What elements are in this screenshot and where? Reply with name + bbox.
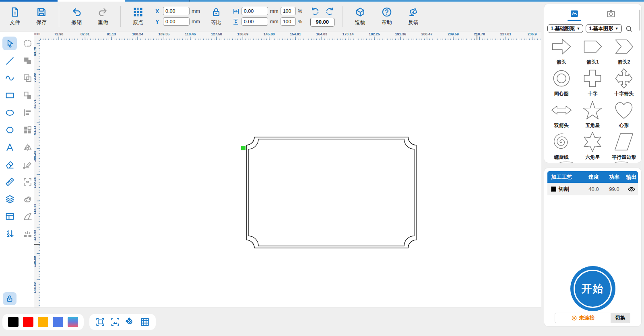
- offset-tool[interactable]: [20, 192, 35, 206]
- process-row[interactable]: 切割40.099.0: [547, 183, 638, 195]
- shape-item-parallelogram[interactable]: 平行四边形: [608, 131, 640, 161]
- output-visibility-toggle[interactable]: [627, 185, 636, 193]
- shape-item-concentric[interactable]: 同心圆: [546, 67, 577, 97]
- shape-item-crossarrow[interactable]: 十字箭头: [608, 67, 640, 97]
- selection-handle[interactable]: [241, 146, 246, 150]
- mirror-tool[interactable]: [20, 140, 35, 154]
- line-tool[interactable]: [2, 54, 17, 68]
- polygon-tool[interactable]: [2, 123, 17, 137]
- frame-preview-tool[interactable]: [95, 317, 105, 327]
- height-input[interactable]: [242, 17, 268, 26]
- feedback-button[interactable]: 反馈: [404, 6, 423, 26]
- design-canvas[interactable]: [40, 40, 541, 307]
- marquee-icon: [23, 39, 33, 49]
- canvas-lock-button[interactable]: [3, 292, 17, 305]
- connection-status[interactable]: 未连接: [555, 313, 611, 323]
- align-tool[interactable]: [20, 106, 35, 119]
- marquee-tool[interactable]: [20, 37, 35, 50]
- split-tool[interactable]: [20, 227, 35, 240]
- cube-icon: [355, 6, 366, 18]
- shape-item-arrow[interactable]: 箭头: [546, 35, 577, 66]
- color-swatch-4[interactable]: [68, 317, 78, 327]
- color-swatch-0[interactable]: [8, 317, 19, 327]
- exclude-tool[interactable]: [20, 71, 35, 85]
- curve-tool[interactable]: [2, 71, 17, 85]
- shape-item-doublearrow[interactable]: 双箭头: [546, 99, 577, 129]
- sort-tool[interactable]: [2, 227, 17, 240]
- svg-text:118.46: 118.46: [34, 203, 37, 214]
- redo-button[interactable]: 重做: [94, 6, 112, 26]
- union-tool[interactable]: [20, 54, 35, 68]
- svg-text:145.80: 145.80: [34, 282, 37, 293]
- capture-tool[interactable]: [110, 317, 120, 327]
- star6-shape-icon: [581, 131, 604, 153]
- x-position-input[interactable]: [163, 7, 190, 15]
- shape-item-star6[interactable]: 六角星: [577, 131, 609, 161]
- svg-text:182.25: 182.25: [369, 32, 380, 36]
- ellipse-tool[interactable]: [2, 106, 17, 119]
- tab-camera[interactable]: [604, 9, 618, 21]
- shape-item-spiral[interactable]: 螺旋线: [546, 131, 577, 161]
- color-swatch-2[interactable]: [38, 317, 48, 327]
- shape-item-heart[interactable]: 心形: [608, 99, 640, 129]
- origin-button[interactable]: 原点: [129, 6, 147, 26]
- svg-text:209.59: 209.59: [448, 32, 459, 36]
- gallery-icon: [570, 9, 579, 18]
- svg-text:72.90: 72.90: [54, 32, 64, 36]
- star5-shape-icon: [581, 99, 604, 121]
- help-button[interactable]: 帮助: [378, 6, 396, 26]
- shape-label: 箭头2: [618, 59, 630, 66]
- height-percent-input[interactable]: [281, 17, 296, 26]
- subtract-tool[interactable]: [20, 88, 35, 102]
- layout-tool[interactable]: [2, 209, 17, 223]
- toolbar-separator: [59, 6, 59, 27]
- layers-tool[interactable]: [2, 192, 17, 206]
- switch-device-button[interactable]: 切换: [611, 313, 630, 323]
- vertical-ruler: 63.7972.9082.0191.13100.24109.35118.4612…: [34, 40, 40, 307]
- width-percent-input[interactable]: [281, 7, 296, 15]
- file-button[interactable]: 文件: [6, 6, 24, 26]
- subcategory-dropdown[interactable]: 1.基本图形 ▼: [586, 24, 621, 33]
- rectangle-tool[interactable]: [2, 88, 17, 102]
- shape-item-cross[interactable]: 十字: [577, 67, 609, 97]
- start-button[interactable]: 开始: [570, 266, 615, 311]
- pen-angle-tool[interactable]: [20, 209, 35, 223]
- create-button[interactable]: 造物: [351, 6, 369, 26]
- arrange-tool[interactable]: [20, 123, 35, 137]
- undo-button[interactable]: 撤销: [67, 6, 86, 26]
- eraser-tool[interactable]: [2, 158, 17, 171]
- measure-tool[interactable]: [2, 175, 17, 188]
- category-dropdown-value: 1.基础图案: [551, 25, 575, 32]
- process-power: 99.0: [604, 186, 625, 192]
- expand-tool[interactable]: [20, 175, 35, 188]
- node-edit-tool[interactable]: [20, 158, 35, 171]
- shape-label: 五角星: [585, 122, 600, 129]
- rotate-ccw-icon[interactable]: [310, 6, 320, 16]
- concentric-shape-icon: [550, 67, 573, 90]
- y-position-input[interactable]: [163, 17, 190, 26]
- text-tool[interactable]: [2, 140, 17, 154]
- rotate-cw-icon[interactable]: [325, 6, 334, 16]
- save-button[interactable]: 保存: [32, 6, 51, 26]
- select-tool[interactable]: [2, 37, 17, 50]
- shape-item-arrow1[interactable]: 箭头1: [577, 35, 609, 66]
- process-header-2: 功率: [604, 174, 625, 181]
- canvas-frame-shape[interactable]: [40, 40, 541, 307]
- rotation-input[interactable]: [310, 18, 334, 27]
- tab-gallery[interactable]: [568, 9, 581, 21]
- search-icon[interactable]: [625, 25, 633, 33]
- shape-item-star5[interactable]: 五角星: [577, 99, 609, 129]
- color-swatch-3[interactable]: [53, 317, 63, 327]
- svg-text:218.70: 218.70: [474, 32, 485, 36]
- width-input[interactable]: [242, 7, 268, 15]
- scrollbar-thumb[interactable]: [639, 10, 640, 31]
- chevron-down-icon: ▼: [576, 27, 580, 31]
- subcategory-dropdown-value: 1.基本图形: [589, 25, 613, 32]
- magnet-snap-tool[interactable]: [125, 317, 135, 327]
- color-swatch-1[interactable]: [23, 317, 33, 327]
- category-dropdown[interactable]: 1.基础图案 ▼: [547, 24, 583, 33]
- ratio-lock-button[interactable]: 等比: [208, 6, 224, 26]
- grid-toggle-tool[interactable]: [140, 317, 150, 327]
- lock-icon: [211, 6, 222, 18]
- shape-item-arrow2[interactable]: 箭头2: [608, 35, 640, 66]
